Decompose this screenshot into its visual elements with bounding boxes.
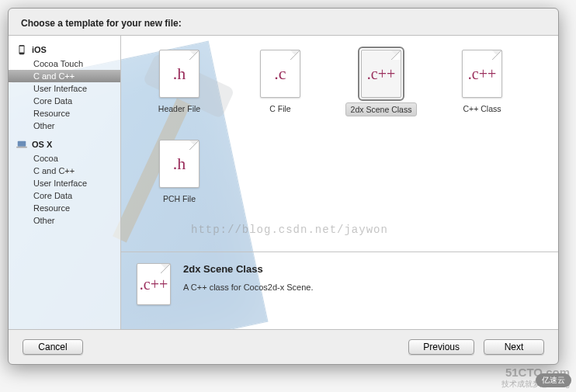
- sidebar: iOS Cocoa Touch C and C++ User Interface…: [9, 36, 121, 329]
- file-glyph: .c++: [367, 65, 395, 83]
- sidebar-section-label: iOS: [32, 45, 47, 54]
- sidebar-item-c-and-cpp-osx[interactable]: C and C++: [9, 165, 120, 177]
- svg-rect-3: [19, 47, 23, 53]
- file-icon: .c++: [462, 50, 502, 98]
- sidebar-item-cocoa-touch[interactable]: Cocoa Touch: [9, 57, 120, 70]
- next-button[interactable]: Next: [484, 339, 544, 355]
- sidebar-item-resource[interactable]: Resource: [9, 107, 120, 120]
- template-chooser-window: Choose a template for your new file: iOS…: [8, 8, 559, 365]
- file-glyph: .c++: [468, 65, 496, 83]
- previous-button[interactable]: Previous: [408, 339, 474, 355]
- sidebar-item-other-osx[interactable]: Other: [9, 214, 120, 227]
- svg-rect-5: [16, 147, 27, 148]
- cancel-button[interactable]: Cancel: [23, 339, 83, 355]
- sidebar-item-cocoa[interactable]: Cocoa: [9, 152, 120, 165]
- sidebar-item-core-data[interactable]: Core Data: [9, 95, 120, 107]
- file-glyph: .h: [173, 64, 186, 84]
- phone-icon: [16, 44, 27, 55]
- file-icon: .h: [159, 140, 200, 188]
- template-cpp-class[interactable]: .c++ C++ Class: [447, 50, 517, 116]
- template-label: 2dx Scene Class: [345, 102, 418, 116]
- detail-title: 2dx Scene Class: [183, 263, 314, 275]
- sidebar-item-core-data-osx[interactable]: Core Data: [9, 189, 120, 202]
- laptop-icon: [16, 139, 27, 150]
- file-icon: .c: [260, 50, 300, 98]
- main-panel: .h Header File .c C File .c++ 2dx Scene …: [121, 36, 558, 329]
- file-icon: .c++: [361, 50, 401, 98]
- template-label: Header File: [154, 102, 205, 115]
- window-header: Choose a template for your new file:: [9, 9, 558, 35]
- detail-file-icon: .c++: [137, 263, 171, 305]
- template-label: C File: [265, 102, 295, 115]
- file-icon: .h: [159, 50, 200, 98]
- header-title: Choose a template for your new file:: [21, 18, 182, 29]
- template-label: PCH File: [158, 193, 200, 205]
- sidebar-item-user-interface-osx[interactable]: User Interface: [9, 177, 120, 189]
- file-glyph: .h: [173, 154, 186, 174]
- template-label: C++ Class: [458, 102, 505, 115]
- watermark-url: http://blog.csdn.net/jaywon: [191, 224, 388, 236]
- template-c-file[interactable]: .c C File: [245, 50, 315, 116]
- template-header-file[interactable]: .h Header File: [144, 50, 214, 116]
- file-glyph: .c: [274, 64, 286, 84]
- sidebar-section-ios[interactable]: iOS: [9, 42, 120, 57]
- detail-glyph: .c++: [140, 276, 168, 293]
- template-pch-file[interactable]: .h PCH File: [144, 140, 214, 205]
- template-grid: .h Header File .c C File .c++ 2dx Scene …: [121, 36, 558, 252]
- sidebar-section-label: OS X: [32, 140, 52, 149]
- template-2dx-scene[interactable]: .c++ 2dx Scene Class: [346, 50, 416, 116]
- provider-badge: 亿速云: [536, 373, 571, 387]
- sidebar-item-resource-osx[interactable]: Resource: [9, 202, 120, 214]
- detail-text: 2dx Scene Class A C++ class for Cocos2d-…: [183, 263, 314, 318]
- detail-panel: .c++ 2dx Scene Class A C++ class for Coc…: [121, 252, 558, 329]
- footer: Cancel Previous Next: [9, 330, 558, 364]
- sidebar-item-user-interface[interactable]: User Interface: [9, 82, 120, 95]
- svg-rect-4: [18, 141, 26, 147]
- sidebar-item-other[interactable]: Other: [9, 120, 120, 132]
- content-area: iOS Cocoa Touch C and C++ User Interface…: [9, 35, 558, 330]
- sidebar-item-c-and-cpp[interactable]: C and C++: [9, 70, 120, 82]
- sidebar-section-osx[interactable]: OS X: [9, 137, 120, 152]
- nav-button-group: Previous Next: [408, 339, 544, 355]
- detail-desc: A C++ class for Cocos2d-x Scene.: [183, 283, 314, 292]
